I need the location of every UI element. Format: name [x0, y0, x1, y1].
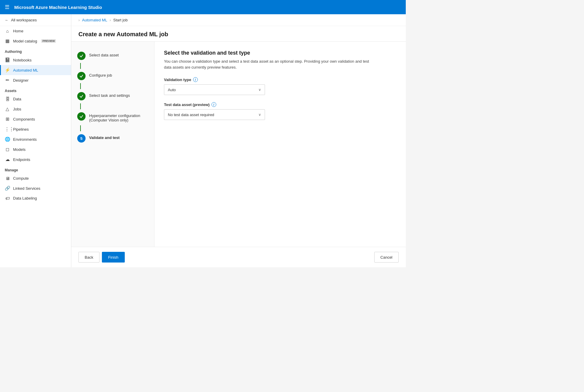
validation-type-field: Validation type i Auto ∨: [164, 77, 396, 95]
validation-type-value: Auto: [168, 88, 176, 92]
step-5: 5 Validate and test: [71, 131, 154, 146]
jobs-icon: △: [5, 106, 10, 112]
pipelines-icon: ⋮⋮: [5, 127, 10, 132]
components-icon: ⊞: [5, 116, 10, 122]
back-button[interactable]: Back: [78, 252, 100, 263]
sidebar-nav-top: ← All workspaces: [0, 14, 71, 26]
step-3-icon: [77, 92, 86, 100]
data-labeling-icon: 🏷: [5, 196, 10, 201]
step-connector-4: [80, 125, 81, 131]
step-connector-1: [80, 63, 81, 69]
footer-bar: Back Finish Cancel: [71, 247, 406, 267]
linked-services-icon: 🔗: [5, 186, 10, 191]
content-description: You can choose a validation type and sel…: [164, 59, 372, 70]
wizard-layout: Select data asset Configure job: [71, 42, 406, 247]
breadcrumb-automated-ml[interactable]: Automated ML: [82, 18, 107, 22]
data-icon: 🗄: [5, 97, 10, 102]
compute-icon: 🖥: [5, 176, 10, 181]
main-content: › Automated ML › Start job Create a new …: [71, 14, 406, 267]
sidebar-item-designer[interactable]: ✏ Designer: [0, 75, 71, 85]
step-1-label: Select data asset: [89, 52, 119, 57]
sidebar-item-endpoints[interactable]: ☁ Endpoints: [0, 154, 71, 165]
breadcrumb-start-job: Start job: [113, 18, 127, 22]
app-title: Microsoft Azure Machine Learning Studio: [14, 5, 102, 10]
sidebar-item-notebooks[interactable]: 📓 Notebooks: [0, 55, 71, 65]
step-1-icon: [77, 52, 86, 60]
sidebar-item-jobs[interactable]: △ Jobs: [0, 104, 71, 114]
test-data-label: Test data asset (preview) i: [164, 102, 396, 107]
step-3-label: Select task and settings: [89, 92, 130, 98]
sidebar-item-linked-services[interactable]: 🔗 Linked Services: [0, 183, 71, 193]
content-panel: Select the validation and test type You …: [154, 42, 406, 247]
validation-type-info-icon[interactable]: i: [193, 77, 198, 82]
endpoints-icon: ☁: [5, 157, 10, 162]
steps-panel: Select data asset Configure job: [71, 42, 154, 247]
page-header: Create a new Automated ML job: [71, 26, 406, 42]
sidebar-item-home[interactable]: ⌂ Home: [0, 26, 71, 36]
step-connector-3: [80, 103, 81, 109]
step-2: Configure job: [71, 69, 154, 83]
step-3: Select task and settings: [71, 89, 154, 103]
step-4-label: Hyperparameter configuration (Computer V…: [89, 112, 148, 122]
manage-section-label: Manage: [0, 165, 71, 173]
sidebar-item-model-catalog[interactable]: ▦ Model catalog PREVIEW: [0, 36, 71, 46]
notebooks-icon: 📓: [5, 57, 10, 63]
test-data-dropdown[interactable]: No test data asset required ∨: [164, 109, 265, 120]
home-icon: ⌂: [5, 29, 10, 34]
step-4-icon: [77, 112, 86, 121]
test-data-chevron: ∨: [258, 113, 261, 117]
validation-type-dropdown[interactable]: Auto ∨: [164, 84, 265, 95]
sidebar-item-data-labeling[interactable]: 🏷 Data Labeling: [0, 193, 71, 203]
sidebar: ← All workspaces ⌂ Home ▦ Model catalog …: [0, 14, 71, 267]
sidebar-item-compute[interactable]: 🖥 Compute: [0, 173, 71, 183]
test-data-value: No test data asset required: [168, 113, 214, 117]
step-5-icon: 5: [77, 134, 86, 143]
sidebar-item-components[interactable]: ⊞ Components: [0, 114, 71, 124]
step-2-label: Configure job: [89, 72, 112, 78]
breadcrumb: › Automated ML › Start job: [71, 14, 406, 26]
sidebar-item-data[interactable]: 🗄 Data: [0, 94, 71, 104]
step-1: Select data asset: [71, 49, 154, 63]
back-to-workspaces[interactable]: ← All workspaces: [5, 18, 66, 22]
sidebar-item-automated-ml[interactable]: ⚡ Automated ML: [0, 65, 71, 75]
topbar: ☰ Microsoft Azure Machine Learning Studi…: [0, 0, 406, 14]
validation-type-label: Validation type i: [164, 77, 396, 82]
menu-icon[interactable]: ☰: [5, 4, 10, 10]
step-connector-2: [80, 83, 81, 89]
step-2-icon: [77, 72, 86, 80]
validation-type-chevron: ∨: [258, 88, 261, 92]
test-data-field: Test data asset (preview) i No test data…: [164, 102, 396, 120]
content-title: Select the validation and test type: [164, 50, 396, 56]
cancel-button[interactable]: Cancel: [374, 252, 399, 263]
designer-icon: ✏: [5, 78, 10, 83]
breadcrumb-separator: ›: [110, 18, 111, 22]
back-arrow-icon: ←: [5, 18, 9, 22]
authoring-section-label: Authoring: [0, 46, 71, 55]
environments-icon: 🌐: [5, 137, 10, 142]
step-4: Hyperparameter configuration (Computer V…: [71, 109, 154, 125]
test-data-info-icon[interactable]: i: [211, 102, 216, 107]
breadcrumb-sep: ›: [78, 18, 80, 22]
models-icon: ◻: [5, 147, 10, 152]
finish-button[interactable]: Finish: [102, 252, 125, 263]
sidebar-item-pipelines[interactable]: ⋮⋮ Pipelines: [0, 124, 71, 134]
sidebar-item-models[interactable]: ◻ Models: [0, 144, 71, 154]
automated-ml-icon: ⚡: [5, 67, 10, 73]
page-title: Create a new Automated ML job: [78, 31, 399, 38]
sidebar-item-environments[interactable]: 🌐 Environments: [0, 134, 71, 144]
assets-section-label: Assets: [0, 85, 71, 94]
model-catalog-icon: ▦: [5, 38, 10, 44]
step-5-label: Validate and test: [89, 134, 120, 140]
preview-badge: PREVIEW: [41, 39, 56, 43]
